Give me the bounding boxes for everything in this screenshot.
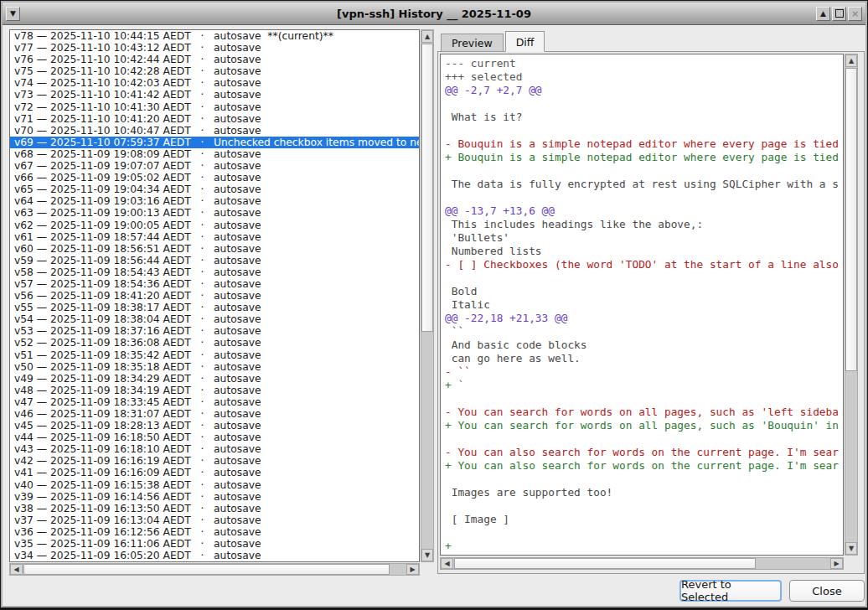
history-version-row[interactable]: v69 — 2025-11-10 07:59:37 AEDT · Uncheck… (10, 137, 419, 148)
diff-line: - You can also search for words on the c… (445, 446, 843, 459)
history-version-row[interactable]: v50 — 2025-11-09 18:35:18 AEDT · autosav… (10, 361, 419, 373)
diff-line: Numbered lists (445, 245, 843, 258)
tab-preview[interactable]: Preview (441, 34, 504, 52)
window-menu-button[interactable]: ▼ (6, 7, 20, 21)
diff-line (445, 164, 843, 178)
diff-line: Italic (445, 298, 843, 312)
diff-line: - [ ] Checkboxes (the word 'TODO' at the… (445, 258, 843, 271)
diff-line: + ` (445, 379, 843, 392)
history-version-row[interactable]: v76 — 2025-11-10 10:42:44 AEDT · autosav… (10, 54, 419, 65)
history-version-row[interactable]: v74 — 2025-11-10 10:42:03 AEDT · autosav… (10, 77, 419, 89)
history-version-row[interactable]: v66 — 2025-11-09 19:05:02 AEDT · autosav… (10, 172, 419, 184)
shade-button[interactable]: ▲ (816, 7, 830, 21)
diff-line: + You can search for words on all pages,… (445, 419, 843, 432)
diff-text[interactable]: --- current+++ selected@@ -2,7 +2,7 @@ W… (440, 54, 844, 556)
scroll-left-arrow-icon[interactable]: ◀ (441, 558, 453, 569)
history-version-row[interactable]: v38 — 2025-11-09 16:13:50 AEDT · autosav… (10, 503, 419, 514)
history-version-row[interactable]: v53 — 2025-11-09 18:37:16 AEDT · autosav… (10, 325, 419, 337)
history-version-row[interactable]: v54 — 2025-11-09 18:38:04 AEDT · autosav… (10, 313, 419, 325)
history-version-row[interactable]: v63 — 2025-11-09 19:00:13 AEDT · autosav… (10, 207, 419, 219)
diff-line: This includes headings like the above,: (445, 218, 843, 231)
tab-diff[interactable]: Diff (505, 31, 545, 52)
diff-line: Images are supported too! (445, 486, 843, 499)
scroll-left-arrow-icon[interactable]: ◀ (10, 564, 23, 575)
history-version-row[interactable]: v55 — 2025-11-09 18:38:17 AEDT · autosav… (10, 302, 419, 313)
diff-vertical-scrollbar[interactable]: ▲ ▼ (845, 54, 858, 556)
revert-to-selected-button[interactable]: Revert to Selected (679, 580, 782, 602)
window-menu-icon: ▼ (10, 10, 16, 18)
titlebar: ▼ [vpn-ssh] History __ 2025-11-09 ▲ × (3, 3, 865, 25)
history-version-row[interactable]: v57 — 2025-11-09 18:54:36 AEDT · autosav… (10, 278, 419, 290)
scroll-up-arrow-icon[interactable]: ▲ (845, 54, 857, 67)
history-version-row[interactable]: v43 — 2025-11-09 16:18:10 AEDT · autosav… (10, 443, 419, 455)
diff-horizontal-scrollbar[interactable]: ◀ ▶ (440, 557, 844, 570)
history-version-row[interactable]: v39 — 2025-11-09 16:14:56 AEDT · autosav… (10, 491, 419, 503)
history-version-row[interactable]: v61 — 2025-11-09 18:57:44 AEDT · autosav… (10, 231, 419, 243)
diff-line: There is full version control via the 'V… (445, 553, 843, 556)
scrollbar-thumb[interactable] (454, 558, 756, 569)
history-version-row[interactable]: v49 — 2025-11-09 18:34:29 AEDT · autosav… (10, 373, 419, 385)
diff-line: +++ selected (445, 70, 843, 84)
history-version-row[interactable]: v72 — 2025-11-10 10:41:30 AEDT · autosav… (10, 101, 419, 113)
history-version-row[interactable]: v75 — 2025-11-10 10:42:28 AEDT · autosav… (10, 65, 419, 77)
history-version-row[interactable]: v58 — 2025-11-09 18:54:43 AEDT · autosav… (10, 266, 419, 278)
history-version-row[interactable]: v71 — 2025-11-10 10:41:20 AEDT · autosav… (10, 113, 419, 125)
history-version-row[interactable]: v67 — 2025-11-09 19:07:07 AEDT · autosav… (10, 160, 419, 172)
maximize-button[interactable] (832, 7, 846, 21)
history-version-row[interactable]: v56 — 2025-11-09 18:41:20 AEDT · autosav… (10, 290, 419, 302)
history-version-row[interactable]: v52 — 2025-11-09 18:36:08 AEDT · autosav… (10, 337, 419, 349)
diff-line: - You can search for words on all pages,… (445, 406, 843, 419)
diff-line: + Bouquin is a simple notepad editor whe… (445, 151, 843, 164)
scroll-right-arrow-icon[interactable]: ▶ (406, 564, 419, 575)
history-version-row[interactable]: v60 — 2025-11-09 18:56:51 AEDT · autosav… (10, 243, 419, 255)
history-version-row[interactable]: v45 — 2025-11-09 18:28:13 AEDT · autosav… (10, 420, 419, 432)
history-version-row[interactable]: v48 — 2025-11-09 18:34:19 AEDT · autosav… (10, 385, 419, 396)
history-version-row[interactable]: v64 — 2025-11-09 19:03:16 AEDT · autosav… (10, 195, 419, 207)
history-list-horizontal-scrollbar[interactable]: ◀ ▶ (9, 563, 420, 576)
diff-line (445, 432, 843, 446)
history-version-row[interactable]: v35 — 2025-11-09 16:11:06 AEDT · autosav… (10, 538, 419, 550)
history-version-row[interactable]: v59 — 2025-11-09 18:56:44 AEDT · autosav… (10, 255, 419, 266)
diff-line (445, 392, 843, 406)
history-version-row[interactable]: v78 — 2025-11-10 10:44:15 AEDT · autosav… (10, 30, 419, 42)
scroll-down-arrow-icon[interactable]: ▼ (421, 549, 433, 561)
history-version-row[interactable]: v34 — 2025-11-09 16:05:20 AEDT · autosav… (10, 550, 419, 561)
diff-line: @@ -2,7 +2,7 @@ (445, 84, 843, 97)
diff-line: The data is fully encrypted at rest usin… (445, 178, 843, 191)
history-version-row[interactable]: v65 — 2025-11-09 19:04:34 AEDT · autosav… (10, 184, 419, 195)
history-version-row[interactable]: v62 — 2025-11-09 19:00:05 AEDT · autosav… (10, 220, 419, 231)
diff-line (445, 526, 843, 540)
scroll-right-arrow-icon[interactable]: ▶ (830, 558, 843, 569)
history-version-row[interactable]: v77 — 2025-11-10 10:43:12 AEDT · autosav… (10, 42, 419, 54)
history-version-row[interactable]: v40 — 2025-11-09 16:15:38 AEDT · autosav… (10, 479, 419, 491)
history-list[interactable]: v78 — 2025-11-10 10:44:15 AEDT · autosav… (9, 29, 420, 562)
history-version-row[interactable]: v46 — 2025-11-09 18:31:07 AEDT · autosav… (10, 408, 419, 420)
scrollbar-thumb[interactable] (845, 68, 857, 371)
scroll-up-arrow-icon[interactable]: ▲ (421, 30, 433, 43)
history-version-row[interactable]: v47 — 2025-11-09 18:33:45 AEDT · autosav… (10, 396, 419, 408)
diff-line (445, 499, 843, 513)
history-version-row[interactable]: v41 — 2025-11-09 16:16:09 AEDT · autosav… (10, 467, 419, 478)
close-window-button[interactable]: × (848, 7, 862, 21)
scrollbar-thumb[interactable] (23, 564, 390, 575)
diff-line: `` (445, 325, 843, 339)
history-version-row[interactable]: v51 — 2025-11-09 18:35:42 AEDT · autosav… (10, 349, 419, 361)
history-list-vertical-scrollbar[interactable]: ▲ ▼ (421, 29, 434, 562)
history-version-row[interactable]: v44 — 2025-11-09 16:18:50 AEDT · autosav… (10, 432, 419, 443)
diff-line (445, 124, 843, 137)
history-version-row[interactable]: v70 — 2025-11-10 10:40:47 AEDT · autosav… (10, 125, 419, 137)
close-button[interactable]: Close (789, 580, 865, 602)
scroll-down-arrow-icon[interactable]: ▼ (845, 542, 857, 555)
diff-line: + (445, 540, 843, 553)
history-version-row[interactable]: v33 — 2025-11-09 16:05:01 AEDT · autosav… (10, 561, 419, 562)
history-version-row[interactable]: v36 — 2025-11-09 16:12:56 AEDT · autosav… (10, 526, 419, 538)
diff-line (445, 97, 843, 111)
scrollbar-thumb[interactable] (421, 44, 433, 332)
history-version-row[interactable]: v73 — 2025-11-10 10:41:42 AEDT · autosav… (10, 89, 419, 101)
window-controls: ▲ × (814, 7, 862, 21)
close-icon: × (851, 9, 859, 18)
history-version-row[interactable]: v37 — 2025-11-09 16:13:04 AEDT · autosav… (10, 514, 419, 526)
diff-line: @@ -13,7 +13,6 @@ (445, 204, 843, 218)
history-version-row[interactable]: v68 — 2025-11-09 19:08:09 AEDT · autosav… (10, 148, 419, 160)
history-version-row[interactable]: v42 — 2025-11-09 16:16:19 AEDT · autosav… (10, 455, 419, 467)
